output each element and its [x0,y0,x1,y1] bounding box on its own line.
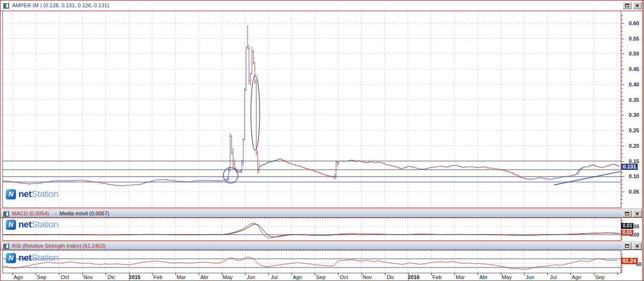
axis-minor-tick [621,130,624,131]
axis-minor-tick [621,161,624,162]
axis-minor-tick [621,27,623,28]
time-axis-tick [152,273,153,275]
time-axis-tick [268,273,269,275]
time-axis-month-label: Nov [363,274,372,280]
time-axis-month-label: May [223,274,233,280]
time-axis-tick [338,273,338,275]
time-axis-tick [571,273,571,275]
time-axis-month-label: Jun [247,274,255,280]
logo-net-text: net [18,253,31,263]
axis-minor-tick [621,73,623,73]
axis-minor-tick [621,203,623,204]
time-axis-tick [222,273,222,275]
macd-panel-header: MACD (0.0054) - Media móvil (0.0057) × [0,210,644,218]
axis-minor-tick [621,188,623,188]
maximize-button[interactable] [623,210,631,217]
time-axis-month-label: Ago [14,274,23,280]
logo-net-text: net [18,219,31,229]
macd-axis[interactable]: 0.05 0.00 0.01 0.01 [621,218,643,241]
price-tick-label: 0.15 [629,158,639,164]
rsi-panel-header: RSI (Relative Strength Index) (61.2403) … [0,242,644,250]
indicator-icon[interactable] [2,243,9,249]
axis-minor-tick [621,31,623,31]
netstation-logo-icon: N [6,189,16,199]
time-axis-month-label: Ago [293,274,302,280]
time-axis-month-label: Feb [153,274,162,280]
maximize-button[interactable] [623,2,631,9]
axis-minor-tick [621,65,623,66]
time-axis-tick [431,273,432,275]
time-axis-tick [199,273,199,275]
rsi-axis[interactable]: 61.24 50 [621,250,643,273]
time-axis-tick [362,273,362,275]
axis-minor-tick [621,61,623,62]
rsi-chart[interactable]: N netStation [2,250,621,273]
time-axis-tick [82,273,83,275]
netstation-logo-icon: N [6,220,16,230]
axis-minor-tick [621,111,623,112]
axis-minor-tick [621,39,624,39]
axis-minor-tick [621,46,623,47]
time-axis-month-label: Feb [432,274,441,280]
price-tick-label: 0.20 [629,143,639,149]
last-price-tag: 0.131 [621,164,638,170]
candlestick-plot [3,11,621,208]
macd-value-tag: 0.01 [621,230,633,236]
time-axis-month-label: May [502,274,512,280]
axis-minor-tick [621,42,623,43]
indicator-icon[interactable] [2,211,9,217]
macd-chart[interactable]: N netStation [2,218,621,241]
axis-minor-tick [621,81,623,81]
time-axis-month-label: Dic [387,274,395,280]
close-button[interactable]: × [633,210,642,217]
time-axis-month-label: Abr [200,274,208,280]
time-axis-month-label: Dic [107,274,115,280]
axis-minor-tick [621,100,624,100]
logo-net-text: net [18,189,31,199]
logo-station-text: Station [31,189,59,199]
price-tick-label: 0.55 [629,36,639,42]
netstation-watermark: N netStation [6,219,59,230]
axis-minor-tick [621,115,624,115]
time-axis-tick [524,273,525,275]
axis-minor-tick [621,54,624,54]
time-axis-tick [292,273,292,275]
main-panel-title: AMPER (M ) (0.128, 0.131, 0.126, 0.131) [12,2,109,8]
time-axis-tick [59,273,59,275]
axis-minor-tick [621,157,623,158]
chart-thumbnail-icon [3,3,9,8]
chart-type-icon[interactable] [2,2,9,9]
axis-minor-tick [621,119,623,119]
time-axis-tick [245,273,246,275]
netstation-chart-window: AMPER (M ) (0.128, 0.131, 0.126, 0.131) … [0,0,644,281]
price-tick-label: 0.60 [629,20,639,26]
time-axis[interactable]: AgoSepOctNovDic2015FebMarAbrMayJunJulAgo… [0,273,644,281]
macd-title-separator: - [55,211,57,216]
macd-signal-tag: 0.01 [621,223,633,229]
axis-minor-tick [621,88,623,89]
maximize-icon [625,4,629,7]
main-price-chart[interactable]: N netStation [2,11,621,208]
axis-minor-tick [621,196,623,196]
axis-minor-tick [621,84,624,85]
axis-minor-tick [621,180,623,181]
price-tick-label: 0.40 [629,82,639,87]
axis-minor-tick [621,267,623,268]
axis-minor-tick [621,176,624,177]
axis-minor-tick [621,272,623,272]
time-axis-tick [454,273,455,275]
close-button[interactable]: × [633,2,642,9]
axis-minor-tick [621,69,624,70]
time-axis-month-label: Sep [37,274,46,280]
time-axis-tick [13,273,13,275]
time-axis-tick [478,273,478,275]
close-icon: × [635,244,639,249]
close-button[interactable]: × [633,242,642,250]
axis-minor-tick [621,142,623,142]
axis-minor-tick [621,270,623,270]
time-axis-tick [408,273,409,275]
maximize-button[interactable] [623,242,631,250]
price-axis[interactable]: 0.131 0.050.100.150.200.250.300.350.400.… [621,11,643,208]
time-axis-tick [547,273,548,275]
axis-minor-tick [621,126,623,127]
